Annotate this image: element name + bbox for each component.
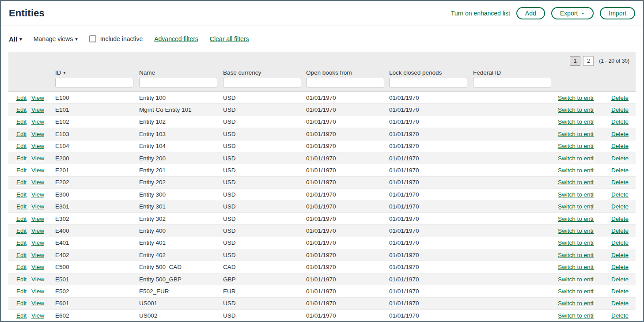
edit-link[interactable]: Edit [16, 216, 27, 222]
delete-link[interactable]: Delete [611, 264, 629, 270]
edit-link[interactable]: Edit [16, 167, 27, 174]
delete-link[interactable]: Delete [611, 227, 629, 234]
view-link[interactable]: View [31, 276, 44, 283]
switch-to-entity-link[interactable]: Switch to entity [558, 239, 594, 246]
view-link[interactable]: View [31, 300, 44, 307]
delete-link[interactable]: Delete [611, 131, 629, 137]
switch-to-entity-link[interactable]: Switch to entity [558, 264, 594, 270]
edit-link[interactable]: Edit [16, 155, 27, 162]
switch-to-entity-link[interactable]: Switch to entity [558, 288, 594, 295]
edit-link[interactable]: Edit [16, 239, 27, 246]
view-link[interactable]: View [31, 131, 44, 137]
view-link[interactable]: View [31, 179, 44, 186]
view-link[interactable]: View [31, 155, 44, 162]
delete-link[interactable]: Delete [611, 300, 629, 307]
view-link[interactable]: View [31, 216, 44, 222]
switch-to-entity-link[interactable]: Switch to entity [558, 312, 594, 319]
switch-to-entity-link[interactable]: Switch to entity [558, 143, 594, 149]
delete-link[interactable]: Delete [611, 106, 629, 113]
enhanced-list-link[interactable]: Turn on enhanced list [451, 10, 510, 17]
switch-to-entity-link[interactable]: Switch to entity [558, 167, 594, 174]
edit-link[interactable]: Edit [16, 264, 27, 270]
filter-input-name[interactable] [139, 78, 217, 87]
view-link[interactable]: View [31, 118, 44, 125]
view-link[interactable]: View [31, 288, 44, 295]
page-button-1[interactable]: 1 [570, 56, 580, 66]
filter-input-id[interactable] [55, 78, 133, 87]
switch-to-entity-link[interactable]: Switch to entity [558, 276, 594, 283]
switch-to-entity-link[interactable]: Switch to entity [558, 203, 594, 210]
add-button[interactable]: Add [516, 7, 545, 19]
page-button-2[interactable]: 2 [583, 56, 594, 66]
view-link[interactable]: View [31, 143, 44, 149]
edit-link[interactable]: Edit [16, 179, 27, 186]
view-link[interactable]: View [31, 252, 44, 258]
advanced-filters-link[interactable]: Advanced filters [154, 35, 198, 42]
column-header-id[interactable]: ID ▾ [55, 69, 139, 76]
edit-link[interactable]: Edit [16, 118, 27, 125]
edit-link[interactable]: Edit [16, 143, 27, 149]
edit-link[interactable]: Edit [16, 227, 27, 234]
switch-to-entity-link[interactable]: Switch to entity [558, 95, 594, 101]
switch-to-entity-link[interactable]: Switch to entity [558, 227, 594, 234]
manage-views-dropdown[interactable]: Manage views ▾ [34, 35, 78, 42]
edit-link[interactable]: Edit [16, 288, 27, 295]
switch-to-entity-link[interactable]: Switch to entity [558, 118, 594, 125]
switch-to-entity-link[interactable]: Switch to entity [558, 252, 594, 258]
include-inactive-label[interactable]: Include inactive [89, 35, 143, 42]
view-link[interactable]: View [31, 264, 44, 270]
column-header-base-currency[interactable]: Base currency [223, 69, 306, 76]
column-header-lock-closed-periods[interactable]: Lock closed periods [389, 69, 473, 76]
view-selector-dropdown[interactable]: All ▾ [9, 35, 22, 43]
view-link[interactable]: View [31, 312, 44, 319]
delete-link[interactable]: Delete [611, 276, 629, 283]
view-link[interactable]: View [31, 191, 44, 198]
delete-link[interactable]: Delete [611, 312, 629, 319]
edit-link[interactable]: Edit [16, 191, 27, 198]
switch-to-entity-link[interactable]: Switch to entity [558, 155, 594, 162]
switch-to-entity-link[interactable]: Switch to entity [558, 191, 594, 198]
switch-to-entity-link[interactable]: Switch to entity [558, 216, 594, 222]
switch-to-entity-link[interactable]: Switch to entity [558, 131, 594, 137]
edit-link[interactable]: Edit [16, 312, 27, 319]
delete-link[interactable]: Delete [611, 118, 629, 125]
edit-link[interactable]: Edit [16, 276, 27, 283]
delete-link[interactable]: Delete [611, 143, 629, 149]
delete-link[interactable]: Delete [611, 191, 629, 198]
delete-link[interactable]: Delete [611, 179, 629, 186]
clear-all-filters-link[interactable]: Clear all filters [210, 35, 249, 42]
filter-input-lock-closed-periods[interactable] [389, 78, 467, 87]
view-link[interactable]: View [31, 106, 44, 113]
include-inactive-checkbox[interactable] [89, 35, 96, 42]
delete-link[interactable]: Delete [611, 216, 629, 222]
column-header-name[interactable]: Name [139, 69, 223, 76]
switch-to-entity-link[interactable]: Switch to entity [558, 300, 594, 307]
edit-link[interactable]: Edit [16, 300, 27, 307]
switch-to-entity-link[interactable]: Switch to entity [558, 106, 594, 113]
edit-link[interactable]: Edit [16, 95, 27, 101]
filter-input-open-books-from[interactable] [306, 78, 384, 87]
edit-link[interactable]: Edit [16, 203, 27, 210]
view-link[interactable]: View [31, 95, 44, 101]
filter-input-federal-id[interactable] [473, 78, 551, 87]
edit-link[interactable]: Edit [16, 131, 27, 137]
delete-link[interactable]: Delete [611, 203, 629, 210]
delete-link[interactable]: Delete [611, 288, 629, 295]
import-button[interactable]: Import [600, 7, 635, 19]
delete-link[interactable]: Delete [611, 95, 629, 101]
filter-input-base-currency[interactable] [223, 78, 301, 87]
edit-link[interactable]: Edit [16, 106, 27, 113]
view-link[interactable]: View [31, 167, 44, 174]
delete-link[interactable]: Delete [611, 155, 629, 162]
delete-link[interactable]: Delete [611, 252, 629, 258]
view-link[interactable]: View [31, 227, 44, 234]
column-header-federal-id[interactable]: Federal ID [473, 69, 558, 76]
column-header-open-books-from[interactable]: Open books from [306, 69, 389, 76]
view-link[interactable]: View [31, 239, 44, 246]
view-link[interactable]: View [31, 203, 44, 210]
export-button[interactable]: Export ⌄ [551, 7, 594, 19]
edit-link[interactable]: Edit [16, 252, 27, 258]
delete-link[interactable]: Delete [611, 239, 629, 246]
delete-link[interactable]: Delete [611, 167, 629, 174]
switch-to-entity-link[interactable]: Switch to entity [558, 179, 594, 186]
